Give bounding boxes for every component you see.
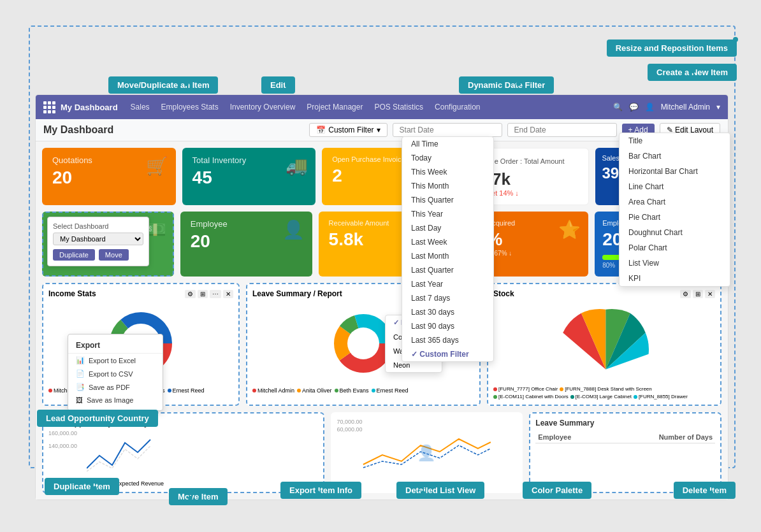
stock-legend: [FURN_7777] Office Chair [FURN_7888] Des…	[493, 386, 715, 399]
nav-pos[interactable]: POS Statistics	[374, 103, 423, 111]
chart-type-doughnut[interactable]: Doughnut Chart	[620, 225, 730, 240]
chart-type-bar[interactable]: Bar Chart	[620, 148, 730, 164]
chart-type-polar[interactable]: Polar Chart	[620, 240, 730, 255]
legend-leave-beth: Beth Evans	[335, 387, 369, 394]
search-icon[interactable]: 🔍	[613, 103, 623, 111]
legend-stock-3: [E-COM11] Cabinet with Doors	[493, 394, 569, 399]
leave-table-card[interactable]: Leave Summary Employee Number of Days	[529, 412, 721, 493]
save-pdf[interactable]: 📑 Save as PDF	[68, 380, 163, 394]
revenue-card[interactable]: 70,000.00 60,000.00 👤	[331, 412, 523, 493]
nav-sales[interactable]: Sales	[131, 103, 150, 111]
stock-close-btn[interactable]: ✕	[705, 290, 715, 298]
nav-project-manager[interactable]: Project Manager	[307, 103, 363, 111]
filter-this-year[interactable]: This Year	[402, 207, 493, 221]
stock-title: Stock	[493, 289, 514, 298]
nav-config[interactable]: Configuration	[435, 103, 480, 111]
leave-legend: Mitchell Admin Anita Oliver Beth Evans	[252, 387, 474, 394]
income-edit-btn[interactable]: ⚙	[185, 290, 196, 298]
kpi-employee[interactable]: 👤 Employee 20	[180, 212, 312, 277]
legend-stock-5: [FURN_8855] Drawer	[634, 394, 688, 399]
select-dashboard-label: Select Dashboard	[53, 222, 143, 230]
filter-today[interactable]: Today	[402, 151, 493, 165]
callout-export-item-info: Export Item Info	[280, 482, 361, 499]
callout-duplicate-item: Duplicate Item	[45, 478, 119, 495]
leave-table-title: Leave Summary	[535, 419, 715, 428]
stock-card[interactable]: Stock ⚙ ⊞ ✕	[487, 283, 721, 406]
callout-detailed-list-view: Detailed List View	[396, 482, 484, 499]
stock-edit-btn[interactable]: ⚙	[680, 290, 691, 298]
csv-icon: 📄	[76, 370, 85, 378]
chat-icon[interactable]: 💬	[629, 103, 639, 111]
nav-inventory[interactable]: Inventory Overview	[230, 103, 296, 111]
image-icon: 🖼	[76, 396, 83, 404]
filter-last-7[interactable]: Last 7 days	[402, 291, 493, 305]
navbar-title: My Dashboard	[61, 103, 118, 112]
export-csv[interactable]: 📄 Export to CSV	[68, 367, 163, 380]
stock-resize-btn[interactable]: ⊞	[693, 290, 703, 298]
filter-dropdown: All Time Today This Week This Month This…	[402, 136, 494, 362]
chart-type-area[interactable]: Area Chart	[620, 194, 730, 210]
kpi-total-invoice[interactable]: 💵 Total Invoice 26.3k Select Dashboard M…	[42, 212, 174, 277]
chart-type-line[interactable]: Line Chart	[620, 179, 730, 194]
save-image[interactable]: 🖼 Save as Image	[68, 394, 163, 406]
filter-last-year[interactable]: Last Year	[402, 277, 493, 291]
filter-last-90[interactable]: Last 90 days	[402, 319, 493, 333]
start-date-input[interactable]	[393, 123, 502, 137]
filter-all-time[interactable]: All Time	[402, 137, 493, 151]
lead-y-label2: 140,000.00	[48, 443, 77, 449]
legend-leave-mitchell: Mitchell Admin	[252, 387, 294, 394]
col-employee: Employee	[535, 431, 606, 443]
chart-type-kpi[interactable]: KPI	[620, 271, 730, 286]
export-title: Export	[68, 338, 163, 354]
move-btn[interactable]: Move	[99, 249, 129, 261]
filter-last-day[interactable]: Last Day	[402, 221, 493, 235]
callout-dynamic-date-filter: Dynamic Date Filter	[459, 76, 554, 94]
nav-right: 🔍 💬 👤 Mitchell Admin ▾	[613, 103, 720, 111]
popup-buttons: Duplicate Move	[53, 249, 143, 261]
kpi-quotations-title: Quotations	[52, 155, 166, 165]
end-date-input[interactable]	[507, 123, 617, 137]
callout-delete-item: Delete Item	[674, 482, 736, 499]
kpi-quotations[interactable]: 🛒 Quotations 20	[42, 148, 176, 205]
legend-dot-ernest	[168, 389, 171, 392]
stock-tools: ⚙ ⊞ ✕	[680, 290, 715, 298]
filter-this-week[interactable]: This Week	[402, 165, 493, 179]
filter-last-month[interactable]: Last Month	[402, 249, 493, 263]
income-close-btn[interactable]: ✕	[223, 290, 233, 298]
income-resize-btn[interactable]: ⊞	[198, 290, 208, 298]
revenue-avatar-icon: 👤	[417, 444, 436, 462]
legend-leave-ernest: Ernest Reed	[372, 387, 409, 394]
kpi-inventory[interactable]: 🚚 Total Inventory 45	[182, 148, 316, 205]
chart-type-title[interactable]: Title	[620, 133, 730, 148]
chart-type-pie[interactable]: Pie Chart	[620, 210, 730, 225]
chart-type-hbar[interactable]: Horizontal Bar Chart	[620, 164, 730, 179]
filter-this-month[interactable]: This Month	[402, 179, 493, 193]
chart-type-list[interactable]: List View	[620, 255, 730, 271]
lead-y-label1: 160,000.00	[48, 430, 77, 436]
income-more-btn[interactable]: ⋯	[210, 290, 221, 298]
income-header: Income Stats ⚙ ⊞ ⋯ ✕	[48, 289, 233, 298]
income-stats-card[interactable]: Income Stats ⚙ ⊞ ⋯ ✕	[42, 283, 240, 406]
callout-move-duplicate: Move/Duplicate an Item	[108, 76, 218, 94]
chevron-down-icon[interactable]: ▾	[716, 103, 720, 111]
filter-last-30[interactable]: Last 30 days	[402, 305, 493, 319]
income-tools: ⚙ ⊞ ⋯ ✕	[185, 290, 233, 298]
duplicate-btn[interactable]: Duplicate	[53, 249, 95, 261]
legend-dot-mitchell	[48, 389, 52, 392]
filter-last-quarter[interactable]: Last Quarter	[402, 263, 493, 277]
callout-edit: Edit	[261, 76, 295, 94]
callout-lead-opp-country: Lead Opportunity Country	[37, 410, 158, 427]
select-dashboard-dropdown[interactable]: My Dashboard	[53, 233, 143, 245]
custom-filter-button[interactable]: 📅 Custom Filter ▾	[309, 123, 387, 137]
filter-last-365[interactable]: Last 365 days	[402, 333, 493, 347]
lead-chart-area: 160,000.00 140,000.00	[48, 430, 318, 478]
leave-summary-table: Employee Number of Days	[535, 431, 715, 443]
export-excel[interactable]: 📊 Export to Excel	[68, 354, 163, 367]
filter-this-quarter[interactable]: This Quarter	[402, 193, 493, 207]
nav-employees-stats[interactable]: Employees Stats	[161, 103, 219, 111]
filter-last-week[interactable]: Last Week	[402, 235, 493, 249]
callout-move-item: Move Item	[169, 488, 228, 505]
user-name: Mitchell Admin	[661, 103, 710, 111]
legend-ernest: Ernest Reed	[168, 387, 205, 394]
filter-custom[interactable]: ✓ Custom Filter	[402, 347, 493, 361]
